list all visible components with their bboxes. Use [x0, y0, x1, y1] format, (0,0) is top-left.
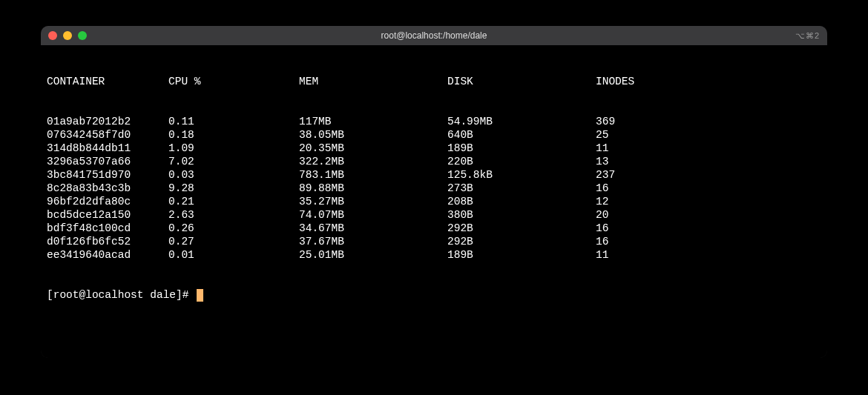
cell-container: d0f126fb6fc52	[47, 235, 168, 248]
header-disk: DISK	[447, 75, 596, 88]
cell-inodes: 12	[596, 195, 700, 208]
table-row: 8c28a83b43c3b9.2889.88MB273B16	[47, 182, 821, 195]
table-rows: 01a9ab72012b20.11117MB54.99MB36907634245…	[47, 115, 821, 262]
table-row: 076342458f7d00.1838.05MB640B25	[47, 128, 821, 142]
cell-cpu: 0.27	[168, 235, 299, 248]
cell-inodes: 237	[596, 168, 700, 182]
cell-container: 3bc841751d970	[47, 168, 168, 182]
cell-disk: 208B	[447, 195, 596, 208]
table-header-row: CONTAINER CPU % MEM DISK INODES	[47, 75, 821, 88]
cell-container: 076342458f7d0	[47, 128, 168, 142]
close-icon[interactable]	[48, 31, 57, 40]
maximize-icon[interactable]	[78, 31, 87, 40]
cursor-icon	[197, 289, 203, 302]
cell-disk: 292B	[447, 235, 596, 248]
cell-mem: 89.88MB	[299, 182, 447, 195]
cell-container: 96bf2d2dfa80c	[47, 195, 168, 208]
header-mem: MEM	[299, 75, 447, 88]
header-cpu: CPU %	[168, 75, 299, 88]
table-row: d0f126fb6fc520.2737.67MB292B16	[47, 235, 821, 248]
cell-cpu: 2.63	[168, 208, 299, 222]
cell-disk: 380B	[447, 208, 596, 222]
header-container: CONTAINER	[47, 75, 168, 88]
cell-inodes: 13	[596, 155, 700, 168]
cell-inodes: 16	[596, 182, 700, 195]
cell-inodes: 25	[596, 128, 700, 142]
cell-container: 01a9ab72012b2	[47, 115, 168, 128]
cell-mem: 38.05MB	[299, 128, 447, 142]
cell-cpu: 0.26	[168, 222, 299, 235]
shell-prompt: [root@localhost dale]#	[47, 288, 195, 302]
cell-cpu: 7.02	[168, 155, 299, 168]
cell-cpu: 1.09	[168, 142, 299, 155]
cell-container: 314d8b844db11	[47, 142, 168, 155]
header-inodes: INODES	[596, 75, 700, 88]
traffic-lights	[48, 31, 87, 40]
prompt-line: [root@localhost dale]#	[47, 288, 821, 302]
cell-cpu: 0.03	[168, 168, 299, 182]
cell-disk: 54.99MB	[447, 115, 596, 128]
terminal-window: root@localhost:/home/dale ⌥⌘2 CONTAINER …	[41, 26, 827, 358]
table-row: 314d8b844db111.0920.35MB189B11	[47, 142, 821, 155]
cell-disk: 273B	[447, 182, 596, 195]
cell-container: bcd5dce12a150	[47, 208, 168, 222]
table-row: 3bc841751d9700.03783.1MB125.8kB237	[47, 168, 821, 182]
cell-disk: 640B	[447, 128, 596, 142]
cell-disk: 189B	[447, 248, 596, 262]
table-row: ee3419640acad0.0125.01MB189B11	[47, 248, 821, 262]
cell-cpu: 0.18	[168, 128, 299, 142]
cell-disk: 292B	[447, 222, 596, 235]
table-row: bdf3f48c100cd0.2634.67MB292B16	[47, 222, 821, 235]
cell-inodes: 16	[596, 235, 700, 248]
cell-cpu: 0.01	[168, 248, 299, 262]
cell-mem: 117MB	[299, 115, 447, 128]
cell-mem: 35.27MB	[299, 195, 447, 208]
cell-container: ee3419640acad	[47, 248, 168, 262]
cell-mem: 322.2MB	[299, 155, 447, 168]
cell-disk: 125.8kB	[447, 168, 596, 182]
cell-mem: 74.07MB	[299, 208, 447, 222]
window-title: root@localhost:/home/dale	[41, 30, 827, 41]
cell-disk: 189B	[447, 142, 596, 155]
cell-disk: 220B	[447, 155, 596, 168]
cell-container: 3296a53707a66	[47, 155, 168, 168]
cell-inodes: 20	[596, 208, 700, 222]
cell-inodes: 369	[596, 115, 700, 128]
cell-inodes: 16	[596, 222, 700, 235]
title-bar: root@localhost:/home/dale ⌥⌘2	[41, 26, 827, 45]
cell-mem: 37.67MB	[299, 235, 447, 248]
cell-mem: 783.1MB	[299, 168, 447, 182]
table-row: 3296a53707a667.02322.2MB220B13	[47, 155, 821, 168]
table-row: 96bf2d2dfa80c0.2135.27MB208B12	[47, 195, 821, 208]
terminal-body[interactable]: CONTAINER CPU % MEM DISK INODES 01a9ab72…	[41, 45, 827, 358]
table-row: bcd5dce12a1502.6374.07MB380B20	[47, 208, 821, 222]
cell-mem: 25.01MB	[299, 248, 447, 262]
window-shortcut-indicator: ⌥⌘2	[795, 31, 820, 41]
cell-mem: 20.35MB	[299, 142, 447, 155]
cell-mem: 34.67MB	[299, 222, 447, 235]
cell-inodes: 11	[596, 142, 700, 155]
cell-container: bdf3f48c100cd	[47, 222, 168, 235]
cell-cpu: 0.21	[168, 195, 299, 208]
minimize-icon[interactable]	[63, 31, 72, 40]
cell-inodes: 11	[596, 248, 700, 262]
cell-cpu: 9.28	[168, 182, 299, 195]
table-row: 01a9ab72012b20.11117MB54.99MB369	[47, 115, 821, 128]
cell-container: 8c28a83b43c3b	[47, 182, 168, 195]
cell-cpu: 0.11	[168, 115, 299, 128]
